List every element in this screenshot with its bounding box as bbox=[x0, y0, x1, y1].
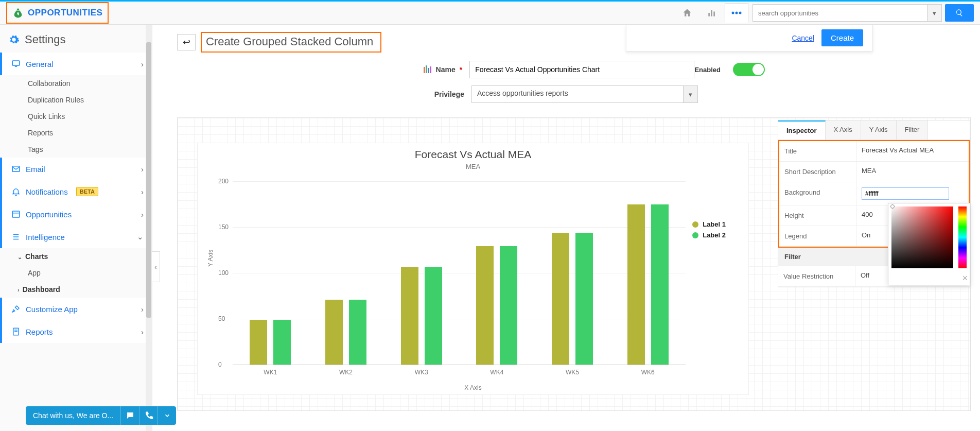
sidebar: Settings General› Collaboration Duplicat… bbox=[0, 25, 152, 431]
svg-rect-2 bbox=[713, 12, 715, 16]
ins-vr-label: Value Restriction bbox=[778, 266, 855, 286]
sidebar-item-charts[interactable]: ⌄Charts bbox=[0, 248, 152, 265]
sidebar-item-duplication-rules[interactable]: Duplication Rules bbox=[0, 92, 152, 108]
create-action-bar: Cancel Create bbox=[626, 25, 873, 51]
sidebar-section-intelligence[interactable]: Intelligence⌄ bbox=[0, 226, 152, 248]
svg-rect-18 bbox=[426, 65, 427, 73]
color-hue-slider[interactable] bbox=[958, 206, 967, 268]
chart-title: Forecast Vs Actual MEA bbox=[198, 143, 748, 161]
sidebar-section-general[interactable]: General› bbox=[0, 53, 152, 75]
ins-desc-label: Short Description bbox=[779, 162, 856, 182]
svg-rect-6 bbox=[12, 61, 20, 65]
color-saturation-area[interactable] bbox=[891, 206, 953, 268]
ins-bg-label: Background bbox=[779, 182, 856, 205]
ins-title-value[interactable]: Forecast Vs Actual MEA bbox=[856, 141, 969, 161]
sidebar-section-notifications[interactable]: Notifications BETA › bbox=[0, 180, 152, 203]
tools-icon bbox=[11, 304, 21, 314]
privilege-select-caret[interactable]: ▾ bbox=[684, 85, 698, 103]
svg-rect-7 bbox=[15, 66, 18, 67]
privilege-select[interactable]: Access opportunities reports bbox=[471, 85, 684, 103]
svg-rect-17 bbox=[424, 67, 425, 73]
gear-icon bbox=[8, 34, 20, 45]
bar[interactable] bbox=[401, 267, 418, 365]
y-axis-label: Y Axis bbox=[207, 250, 214, 267]
name-label: Name bbox=[436, 65, 456, 74]
chart-box[interactable]: Forecast Vs Actual MEA MEA Y Axis X Axis… bbox=[197, 143, 749, 395]
bar[interactable] bbox=[575, 233, 593, 365]
svg-rect-9 bbox=[12, 211, 20, 217]
name-input[interactable] bbox=[469, 61, 694, 78]
beta-badge: BETA bbox=[76, 187, 98, 196]
bar[interactable] bbox=[250, 320, 267, 365]
create-button[interactable]: Create bbox=[821, 29, 863, 46]
tab-y-axis[interactable]: Y Axis bbox=[861, 120, 897, 140]
bar[interactable] bbox=[349, 300, 366, 365]
chart-canvas: Forecast Vs Actual MEA MEA Y Axis X Axis… bbox=[177, 117, 971, 411]
enabled-toggle[interactable] bbox=[733, 63, 765, 76]
sidebar-scrollbar[interactable] bbox=[146, 25, 152, 431]
x-axis-label: X Axis bbox=[198, 384, 748, 391]
svg-point-5 bbox=[739, 11, 742, 14]
search-wrap: ▾ bbox=[752, 4, 974, 22]
search-dropdown[interactable]: ▾ bbox=[927, 4, 942, 22]
color-picker-close-icon[interactable]: × bbox=[962, 273, 968, 284]
sidebar-item-app[interactable]: App bbox=[0, 265, 152, 281]
inspector-panel: Inspector X Axis Y Axis Filter TitleFore… bbox=[778, 120, 970, 287]
envelope-icon bbox=[11, 164, 21, 174]
enabled-label: Enabled bbox=[694, 66, 721, 74]
tab-x-axis[interactable]: X Axis bbox=[826, 120, 861, 140]
svg-rect-0 bbox=[708, 13, 710, 16]
svg-point-4 bbox=[736, 11, 738, 14]
ins-desc-value[interactable]: MEA bbox=[856, 162, 969, 182]
color-picker-cursor[interactable] bbox=[890, 204, 895, 209]
top-bar: OPPORTUNITIES ▾ bbox=[0, 0, 980, 25]
bar[interactable] bbox=[325, 300, 343, 365]
sidebar-section-opportunities[interactable]: Opportunities› bbox=[0, 203, 152, 226]
chevron-right-icon: › bbox=[141, 60, 144, 68]
cancel-link[interactable]: Cancel bbox=[792, 34, 814, 42]
sidebar-section-customize-app[interactable]: Customize App› bbox=[0, 298, 152, 320]
required-indicator: * bbox=[460, 65, 462, 74]
svg-point-3 bbox=[732, 11, 734, 14]
sidebar-item-quick-links[interactable]: Quick Links bbox=[0, 108, 152, 125]
sidebar-item-reports[interactable]: Reports bbox=[0, 125, 152, 141]
sidebar-item-collaboration[interactable]: Collaboration bbox=[0, 75, 152, 92]
sidebar-section-email[interactable]: Email› bbox=[0, 158, 152, 180]
tab-filter[interactable]: Filter bbox=[897, 120, 929, 140]
search-input[interactable] bbox=[752, 4, 927, 22]
chat-phone-icon[interactable] bbox=[139, 406, 157, 425]
bar[interactable] bbox=[627, 204, 645, 365]
document-icon bbox=[11, 327, 21, 336]
tab-inspector[interactable]: Inspector bbox=[778, 120, 826, 140]
svg-rect-19 bbox=[428, 68, 429, 73]
bar[interactable] bbox=[273, 320, 291, 365]
chat-message-icon[interactable] bbox=[120, 406, 139, 425]
monitor-icon bbox=[11, 59, 21, 68]
privilege-label: Privilege bbox=[434, 90, 464, 98]
svg-rect-20 bbox=[430, 66, 431, 73]
page-title: Create Grouped Stacked Column bbox=[201, 32, 381, 53]
bar[interactable] bbox=[552, 233, 569, 365]
ins-bg-input[interactable] bbox=[862, 187, 949, 200]
bar[interactable] bbox=[425, 267, 442, 365]
ins-legend-label: Legend bbox=[779, 226, 856, 246]
settings-heading: Settings bbox=[0, 25, 152, 53]
sidebar-item-dashboard[interactable]: ›Dashboard bbox=[0, 281, 152, 298]
sidebar-item-tags[interactable]: Tags bbox=[0, 141, 152, 158]
home-icon[interactable] bbox=[675, 3, 699, 23]
sidebar-section-reports-2[interactable]: Reports› bbox=[0, 320, 152, 343]
bar[interactable] bbox=[651, 204, 669, 365]
search-button[interactable] bbox=[945, 4, 974, 22]
back-button[interactable]: ↩ bbox=[177, 34, 196, 50]
more-icon[interactable] bbox=[725, 3, 748, 23]
chat-widget[interactable]: Chat with us, We are O... bbox=[26, 406, 176, 425]
chart-subtitle: MEA bbox=[198, 163, 748, 170]
bar[interactable] bbox=[500, 246, 517, 365]
bar[interactable] bbox=[476, 246, 494, 365]
chart-type-icon bbox=[424, 65, 432, 75]
chart-icon[interactable] bbox=[700, 3, 724, 23]
chat-expand-icon[interactable] bbox=[157, 406, 176, 425]
color-picker[interactable]: × bbox=[888, 203, 970, 285]
ins-height-label: Height bbox=[779, 205, 856, 226]
brand-opportunities[interactable]: OPPORTUNITIES bbox=[6, 2, 109, 24]
